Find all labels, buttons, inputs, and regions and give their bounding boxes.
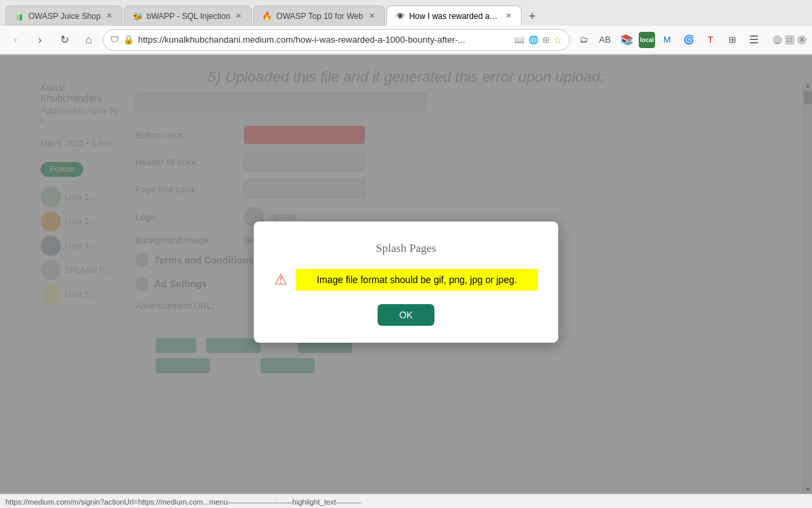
status-url: https://medium.com/m/signin?actionUrl=ht…: [5, 498, 361, 506]
nav-right-icons: 🗂 AB 📚 local M 🌀 T ⊞ ☰: [574, 30, 763, 49]
close-window-button[interactable]: ✕: [797, 35, 807, 45]
warning-icon: ⚠: [274, 271, 288, 289]
translate-icon[interactable]: 🌐: [528, 35, 539, 45]
tab-close-3[interactable]: ✕: [367, 11, 376, 21]
tab-title-4: How I was rewarded a $1000 b...: [409, 12, 500, 21]
modal-message-row: ⚠ Image file format should be gif, png, …: [274, 269, 538, 291]
refresh-button[interactable]: ↻: [54, 30, 74, 50]
bookmark-icon[interactable]: ☆: [554, 35, 562, 45]
browser-chrome: 🧃 OWASP Juice Shop ✕ 🐝 bWAPP - SQL Injec…: [0, 0, 812, 55]
maximize-button[interactable]: □: [785, 35, 794, 45]
tab-title-3: OWASP Top 10 for Web: [276, 12, 363, 21]
splash-pages-modal: Splash Pages ⚠ Image file format should …: [254, 221, 558, 343]
edge-icon[interactable]: T: [701, 30, 720, 49]
tab-owasp-top10[interactable]: 🔥 OWASP Top 10 for Web ✕: [253, 5, 384, 26]
microsoft-icon[interactable]: M: [658, 30, 677, 49]
home-button[interactable]: ⌂: [78, 30, 99, 50]
menu-button[interactable]: ☰: [744, 30, 763, 49]
profile-icon[interactable]: local: [639, 32, 655, 48]
nav-bar: ‹ › ↻ ⌂ 🛡 🔒 https://kunalkhubchandani.me…: [0, 26, 812, 54]
shield-icon: 🛡: [110, 35, 119, 45]
tab-owasp-juice-shop[interactable]: 🧃 OWASP Juice Shop ✕: [5, 5, 122, 26]
extensions-icon[interactable]: ⊞: [723, 30, 742, 49]
tab-favicon-1: 🧃: [14, 12, 24, 21]
tab-close-2[interactable]: ✕: [234, 11, 243, 21]
library-icon[interactable]: 📚: [617, 30, 636, 49]
modal-overlay: Splash Pages ⚠ Image file format should …: [0, 55, 812, 508]
status-bar: https://medium.com/m/signin?actionUrl=ht…: [0, 494, 812, 508]
lock-icon: 🔒: [123, 35, 134, 45]
modal-message: Image file format should be gif, png, jp…: [296, 269, 538, 291]
tab-bounty[interactable]: 👁️ How I was rewarded a $1000 b... ✕: [386, 5, 522, 26]
forward-button[interactable]: ›: [30, 30, 50, 50]
modal-title: Splash Pages: [376, 242, 436, 255]
tab-favicon-3: 🔥: [262, 12, 272, 21]
ok-button[interactable]: OK: [378, 304, 434, 326]
container-icon[interactable]: 🗂: [574, 30, 593, 49]
reader-icon[interactable]: 📖: [514, 35, 524, 45]
back-button[interactable]: ‹: [5, 30, 26, 50]
apps-icon[interactable]: ⊞: [543, 35, 549, 45]
new-tab-button[interactable]: +: [523, 7, 542, 26]
tab-close-4[interactable]: ✕: [504, 11, 513, 21]
tab-title-2: bWAPP - SQL Injection: [147, 12, 231, 21]
address-bar-container[interactable]: 🛡 🔒 https://kunalkhubchandani.medium.com…: [103, 29, 570, 51]
translate-btn[interactable]: AB: [595, 30, 614, 49]
bing-icon[interactable]: 🌀: [679, 30, 698, 49]
address-bar-url[interactable]: https://kunalkhubchandani.medium.com/how…: [138, 35, 510, 45]
tab-bwapp[interactable]: 🐝 bWAPP - SQL Injection ✕: [124, 5, 252, 26]
tab-close-1[interactable]: ✕: [105, 11, 114, 21]
minimize-button[interactable]: _: [773, 35, 782, 45]
tab-bar: 🧃 OWASP Juice Shop ✕ 🐝 bWAPP - SQL Injec…: [0, 0, 812, 26]
page-content: 5) Uploaded this file and it generated t…: [0, 55, 812, 508]
tab-favicon-4: 👁️: [395, 12, 405, 21]
tab-title-1: OWASP Juice Shop: [28, 12, 101, 21]
tab-favicon-2: 🐝: [133, 12, 143, 21]
